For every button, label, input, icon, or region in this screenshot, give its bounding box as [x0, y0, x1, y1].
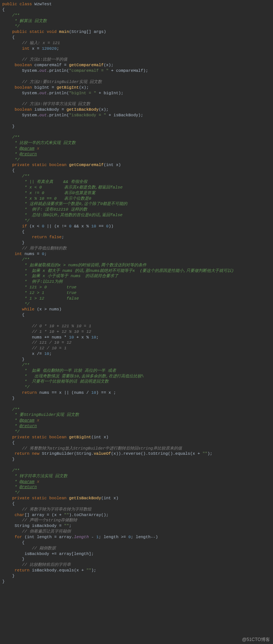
doc-comment: * || 有真全真 && 有假全假 — [2, 180, 87, 184]
code: System. — [2, 68, 39, 73]
code: [] array = (x + — [24, 513, 64, 517]
doc-comment: * — [2, 485, 19, 489]
doc-comment: */ — [2, 302, 30, 306]
field: out — [39, 91, 47, 95]
code: + compareHalf); — [109, 68, 148, 73]
code: String isBackbody = — [2, 524, 64, 528]
comment: // 比较翻转前后的字符串 — [2, 562, 71, 567]
doc-comment: /** — [2, 13, 19, 18]
code: - — [89, 535, 96, 539]
keyword: while — [2, 307, 37, 312]
doc-tag: @param — [19, 146, 34, 151]
doc-comment: * 例子: 没有012210 这样的数 — [2, 207, 87, 212]
comment: // 声明一个string存储翻转 — [2, 518, 77, 522]
keyword: int — [2, 252, 24, 256]
method-name: getCompareHalf — [69, 163, 103, 167]
doc-comment: * 转字符串方法实现 回文数 — [2, 474, 67, 478]
string: "" — [64, 524, 69, 528]
method-call: getBigInt — [57, 85, 79, 90]
code: length = array. — [37, 535, 74, 539]
code: isBackbody += array[length]; — [2, 552, 94, 556]
doc-comment: */ — [2, 429, 19, 434]
keyword: char — [2, 513, 24, 517]
param: x — [113, 496, 116, 500]
method-name: getIsBackBody — [69, 496, 101, 500]
doc-comment: * 只要有一个比较相等的话 就说明是回文数 — [2, 379, 109, 384]
comment: // 倒着遍历让其字符颠倒 — [2, 529, 71, 534]
code: (x)).reverse().toString().equals(x + — [111, 451, 202, 456]
number: 0 — [69, 224, 72, 229]
brace: { — [2, 540, 24, 545]
code: + bigInt); — [96, 91, 124, 95]
code: StringBuilder(String. — [42, 451, 94, 456]
var: x = — [32, 46, 42, 51]
doc-comment: * 如果 x 小于或等于 nums 的话就符合要求了 — [2, 274, 118, 278]
var: compareHalf = — [34, 63, 69, 67]
doc-comment: * 12 > 1 true — [2, 291, 76, 295]
comment: // 12 / 10 = 1 — [2, 346, 67, 350]
doc-tag: @return — [19, 424, 37, 428]
doc-param: x — [34, 479, 39, 484]
keyword: for — [2, 535, 24, 539]
doc-comment: * — [2, 152, 19, 156]
doc-comment: * — [2, 479, 19, 484]
comment: // 输入: x = 121 — [2, 41, 60, 45]
doc-comment: */ — [2, 157, 19, 162]
semi: ; — [61, 235, 64, 239]
doc-comment: * x != 0 表示0也算是答案 — [2, 191, 95, 195]
code: .println( — [47, 113, 69, 117]
semi: ; — [57, 46, 59, 51]
string: "" — [86, 568, 91, 573]
var: isBackBody = — [34, 107, 67, 112]
class-name: WzwTest — [34, 2, 52, 6]
brace: { — [2, 35, 15, 40]
brace: } — [2, 124, 15, 129]
code: (x < — [30, 224, 42, 229]
brace: { — [2, 168, 15, 173]
doc-comment: * 出现奇数情况 需要除10,去掉多余的数,在进行高低位比较\ — [2, 374, 144, 378]
keyword: boolean — [2, 85, 34, 90]
comment: // 将整数转为string放入StringBuilder中进行翻转后转回str… — [2, 446, 182, 451]
number: 10 — [91, 390, 96, 395]
brace: { — [2, 502, 15, 506]
doc-comment: * 1 > 12 false — [2, 296, 79, 301]
number: 1 — [96, 535, 99, 539]
number: 120020 — [42, 46, 57, 51]
semi: ; — [96, 335, 99, 340]
code: nums == x || (nums / — [39, 390, 91, 395]
doc-comment: * x < 0 表示其x都是负数,都返回false — [2, 185, 122, 190]
doc-comment: /** — [2, 363, 30, 367]
method-name: getBigInt — [69, 435, 91, 439]
code: == — [96, 224, 106, 229]
code: isBackbody.equals(x + — [32, 568, 86, 573]
doc-comment: * x % 10 == 0 表示个位数是0 — [2, 196, 91, 201]
code: ); — [207, 451, 212, 456]
code: (x); — [79, 85, 89, 90]
brace: } — [2, 357, 24, 362]
field: out — [39, 68, 47, 73]
doc-comment: */ — [2, 24, 19, 28]
keyword: return — [2, 568, 32, 573]
doc-comment: */ — [2, 218, 30, 223]
string: "" — [203, 451, 207, 456]
doc-comment: * 121 > 0 true — [2, 285, 76, 289]
doc-comment: /** — [2, 257, 30, 262]
comment: // 将数字转为字符串在转为字符数组 — [2, 507, 91, 512]
code: + x % — [74, 335, 91, 340]
doc-comment: * 比较一半的方式来实现 回文数 — [2, 141, 76, 145]
field: out — [39, 113, 47, 117]
number: 10 — [44, 352, 49, 356]
doc-comment: */ — [2, 385, 30, 389]
doc-param: x — [34, 146, 39, 151]
code: ).toCharArray(); — [69, 513, 109, 517]
code: || (x != — [44, 224, 69, 229]
code: nums += nums * — [2, 335, 69, 340]
code-editor[interactable]: public class WzwTest { /** * 解算法 回文数 */ … — [0, 0, 273, 586]
code: System. — [2, 91, 39, 95]
code: ) — [106, 435, 109, 439]
keyword: public static void — [2, 30, 59, 34]
comment: // 颠倒数据 — [2, 546, 56, 551]
doc-comment: /** — [2, 174, 30, 178]
doc-comment: * — [2, 424, 19, 428]
number: 10 — [69, 335, 74, 340]
